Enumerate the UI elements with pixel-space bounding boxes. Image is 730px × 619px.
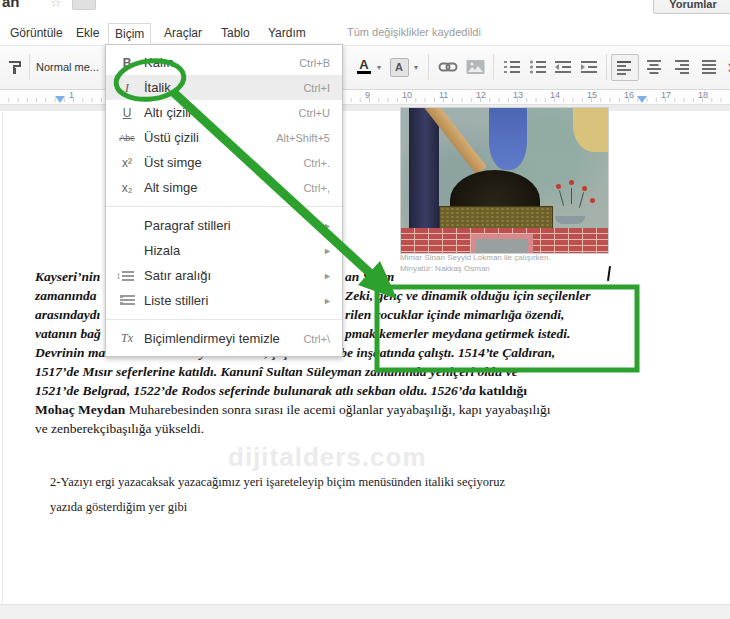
highlight-glyph: A: [390, 58, 409, 77]
miniature-column: [409, 108, 439, 230]
doc-line6: 1517’de Mısır seferlerine katıldı. Kanun…: [35, 362, 518, 381]
doc-line3-left: arasındaydı: [35, 305, 100, 324]
indent-marker-left[interactable]: [55, 96, 65, 103]
miniature-dome: [450, 170, 540, 208]
menu-araclar[interactable]: Araçlar: [158, 23, 208, 43]
doc-para2-line2: yazıda gösterdiğim yer gibi: [50, 500, 187, 515]
folder-icon[interactable]: [72, 0, 96, 10]
menu-item-alt-simge[interactable]: x₂ Alt simge Ctrl+,: [106, 175, 342, 200]
ruler-number: 16: [624, 90, 634, 100]
paragraph-style-dropdown[interactable]: Normal me...: [36, 55, 102, 79]
menu-item-satir-araligi[interactable]: ↕ Satır aralığı ►: [106, 263, 342, 288]
indent-marker-right[interactable]: [637, 96, 647, 103]
underline-icon: U: [116, 106, 138, 120]
paint-format-icon[interactable]: [4, 55, 26, 79]
menu-item-liste-stilleri[interactable]: Liste stilleri ►: [106, 288, 342, 313]
menu-item-ust-simge[interactable]: x² Üst simge Ctrl+.: [106, 150, 342, 175]
ruler-number: 12: [476, 90, 486, 100]
highlight-color-arrow[interactable]: ▾: [411, 55, 421, 79]
clear-formatting-icon: Tx: [116, 331, 138, 346]
text-color-arrow[interactable]: ▾: [374, 55, 384, 79]
align-left-button[interactable]: [611, 54, 639, 81]
google-docs-window: an ☆ Yorumlar Görüntüle Ekle Biçim Araçl…: [0, 0, 730, 619]
doc-line2-right: Zeki, genç ve dinamik olduğu için seçile…: [345, 286, 591, 305]
doc-line8: Mohaç Meydan Muharebesinden sonra sırası…: [35, 400, 551, 419]
decrease-indent-icon[interactable]: [551, 55, 575, 79]
ruler-number: 10: [402, 90, 412, 100]
miniature-image[interactable]: [400, 107, 609, 254]
highlight-color-button[interactable]: A: [389, 55, 409, 79]
align-center-button[interactable]: [643, 55, 667, 79]
text-color-bar: [357, 71, 371, 74]
miniature-figure2: [573, 108, 608, 152]
save-status: Tüm değişiklikler kaydedildi: [347, 26, 481, 38]
bulleted-list-icon[interactable]: [526, 55, 550, 79]
doc-line7-italic: 1521’de Belgrad, 1522’de Rodos seferinde…: [35, 383, 476, 398]
text-color-button[interactable]: A: [354, 55, 374, 79]
menubar: Görüntüle Ekle Biçim Araçlar Tablo Yardı…: [0, 20, 730, 44]
text-color-glyph: A: [359, 60, 368, 70]
list-styles-icon: [116, 294, 138, 308]
superscript-icon: x²: [116, 156, 138, 170]
submenu-arrow-icon: ►: [323, 221, 332, 231]
justify-button[interactable]: [698, 55, 722, 79]
menu-item-kalin[interactable]: B Kalın Ctrl+B: [106, 50, 342, 75]
increase-indent-icon[interactable]: [577, 55, 601, 79]
ruler-number: 11: [439, 90, 448, 100]
line-spacing-icon: ↕: [116, 270, 138, 281]
doc-line8-bold: Mohaç Meydan: [35, 402, 125, 417]
menu-goruntule[interactable]: Görüntüle: [4, 23, 69, 43]
miniature-flower: [590, 198, 595, 203]
submenu-arrow-icon: ►: [323, 271, 332, 281]
star-icon[interactable]: ☆: [50, 0, 62, 10]
image-caption-line1: Mimar Sinan Seyyid Lokman ile çalışırken…: [400, 253, 551, 262]
align-right-button[interactable]: [671, 55, 695, 79]
menu-item-hizala[interactable]: Hizala ►: [106, 238, 342, 263]
doc-para2-line1: 2-Yazıyı ergi yazacaksak yazacağımız yer…: [50, 475, 505, 490]
document-title-fragment[interactable]: an: [2, 0, 20, 10]
menu-ekle[interactable]: Ekle: [70, 23, 105, 43]
menu-item-italik[interactable]: I İtalik Ctrl+I: [106, 75, 342, 100]
menu-separator: [106, 206, 342, 207]
ruler-number: 1: [69, 90, 74, 100]
miniature-flower: [582, 186, 587, 191]
comments-button[interactable]: Yorumlar: [653, 0, 730, 14]
line-spacing-icon[interactable]: ↕: [723, 55, 730, 79]
watermark: dijitalders.com: [228, 442, 427, 473]
menu-separator: [106, 319, 342, 320]
italic-icon: I: [116, 80, 138, 96]
doc-line1-right: an Selim: [345, 267, 394, 286]
ruler-number: 14: [550, 90, 560, 100]
menu-bicim[interactable]: Biçim: [108, 23, 151, 44]
insert-link-icon[interactable]: [436, 55, 460, 79]
menu-item-bicimlendirmeyi-temizle[interactable]: Tx Biçimlendirmeyi temizle Ctrl+\: [106, 326, 342, 351]
insert-image-icon[interactable]: [463, 55, 487, 79]
doc-line7-tail: katıldığı: [476, 383, 527, 398]
doc-line7: 1521’de Belgrad, 1522’de Rodos seferinde…: [35, 381, 527, 400]
menu-yardim[interactable]: Yardım: [262, 23, 312, 43]
miniature-bowl: [555, 216, 585, 224]
menu-item-paragraf-stilleri[interactable]: Paragraf stilleri ►: [106, 213, 342, 238]
menu-item-alti-cizili[interactable]: U Altı çizili Ctrl+U: [106, 100, 342, 125]
doc-line8-rest: Muharebesinden sonra sırası ile acemi oğ…: [125, 402, 550, 417]
miniature-figure: [489, 108, 527, 170]
bottom-band: [0, 604, 730, 619]
submenu-arrow-icon: ►: [323, 246, 332, 256]
image-caption-line2: Minyatür: Nakkaş Osman: [400, 264, 490, 273]
text-cursor: [607, 266, 611, 281]
doc-line3-right: rilen çocuklar içinde mimarlığa özendi,: [345, 305, 564, 324]
menu-item-ustu-cizili[interactable]: Abc Üstü çizili Alt+Shift+5: [106, 125, 342, 150]
subscript-icon: x₂: [116, 181, 138, 195]
ruler-number: 18: [698, 90, 708, 100]
menu-tablo[interactable]: Tablo: [215, 23, 256, 43]
ruler-number: 9: [365, 90, 370, 100]
doc-line2-left: zamanında: [35, 286, 97, 305]
numbered-list-icon[interactable]: [500, 55, 524, 79]
ruler-number: 15: [587, 90, 597, 100]
submenu-arrow-icon: ►: [323, 296, 332, 306]
format-menu: B Kalın Ctrl+B I İtalik Ctrl+I U Altı çi…: [105, 44, 343, 357]
miniature-doorway: [471, 234, 533, 254]
miniature-flower: [569, 180, 574, 185]
doc-line4-left: vatanın bağ: [35, 324, 101, 343]
doc-line1-left: Kayseri’nin: [35, 267, 100, 286]
